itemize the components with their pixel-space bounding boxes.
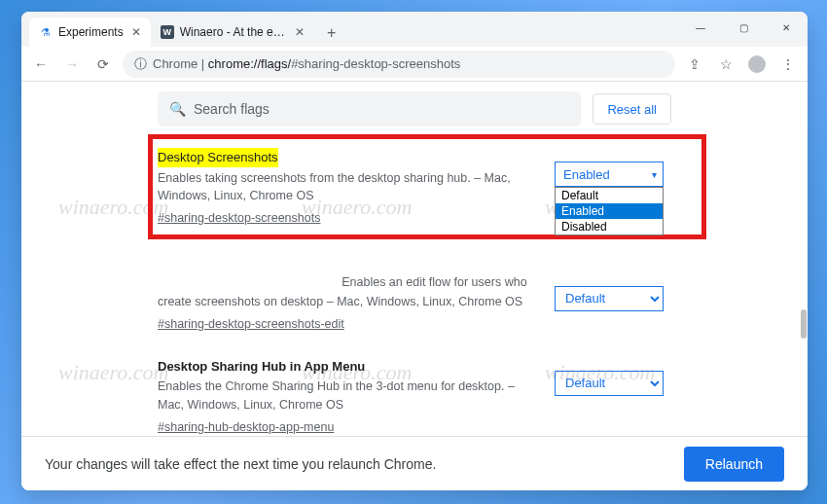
dropdown-option-default[interactable]: Default: [556, 188, 663, 203]
flag-description: Enables taking screenshots from the desk…: [158, 171, 511, 203]
tab-title: Winaero - At the edge of tweak: [180, 25, 287, 39]
content-area: 🔍 Search flags Reset all Desktop Screens…: [21, 82, 808, 490]
flag-title: Desktop Screenshots: [158, 148, 278, 167]
flag-anchor-link[interactable]: #sharing-desktop-screenshots-edit: [158, 315, 344, 334]
flag-item: Desktop Screenshots Enables taking scree…: [158, 134, 671, 237]
site-info-icon[interactable]: ⓘ: [134, 55, 147, 73]
tab-strip: ⚗ Experiments ✕ W Winaero - At the edge …: [21, 12, 679, 47]
flag-item: Desktop Sharing Hub in App Menu Enables …: [158, 343, 671, 436]
profile-avatar[interactable]: [745, 53, 769, 76]
tab-experiments[interactable]: ⚗ Experiments ✕: [29, 18, 151, 47]
flask-icon: ⚗: [39, 25, 53, 39]
back-button[interactable]: ←: [29, 53, 53, 76]
search-input[interactable]: 🔍 Search flags: [158, 91, 581, 126]
omnibox-origin: Chrome | chrome://flags/#sharing-desktop…: [153, 56, 460, 71]
flag-item: Desktop Screenshots Edit Mode Enables an…: [158, 259, 671, 343]
titlebar: ⚗ Experiments ✕ W Winaero - At the edge …: [21, 12, 808, 47]
search-icon: 🔍: [169, 101, 186, 117]
site-favicon: W: [161, 25, 174, 39]
flag-description: Enables an edit flow for users who creat…: [158, 275, 527, 309]
dropdown-option-disabled[interactable]: Disabled: [556, 219, 663, 234]
flag-dropdown[interactable]: Default: [555, 286, 664, 311]
relaunch-button[interactable]: Relaunch: [684, 447, 784, 482]
share-icon[interactable]: ⇪: [683, 53, 706, 76]
flag-dropdown[interactable]: Default: [555, 371, 664, 396]
browser-window: ⚗ Experiments ✕ W Winaero - At the edge …: [21, 12, 808, 490]
flag-anchor-link[interactable]: #sharing-desktop-screenshots: [158, 209, 320, 228]
flags-search-bar: 🔍 Search flags Reset all: [21, 82, 808, 134]
flags-list: Desktop Screenshots Enables taking scree…: [21, 134, 808, 436]
search-placeholder: Search flags: [194, 101, 270, 117]
relaunch-bar: Your changes will take effect the next t…: [21, 436, 808, 490]
close-icon[interactable]: ✕: [295, 25, 305, 39]
maximize-button[interactable]: ▢: [722, 12, 765, 43]
flag-description: Enables the Chrome Sharing Hub in the 3-…: [158, 379, 515, 412]
close-icon[interactable]: ✕: [131, 25, 141, 39]
forward-button[interactable]: →: [60, 53, 84, 76]
flag-dropdown-value[interactable]: Enabled: [555, 162, 664, 187]
menu-icon[interactable]: ⋮: [776, 53, 800, 76]
reload-button[interactable]: ⟳: [91, 53, 115, 76]
dropdown-option-enabled[interactable]: Enabled: [556, 203, 663, 219]
omnibox[interactable]: ⓘ Chrome | chrome://flags/#sharing-deskt…: [123, 51, 675, 78]
tab-winaero[interactable]: W Winaero - At the edge of tweak ✕: [151, 18, 314, 47]
flag-dropdown-open[interactable]: Enabled Default Enabled Disabled: [555, 162, 664, 187]
flag-anchor-link[interactable]: #sharing-hub-desktop-app-menu: [158, 418, 334, 436]
relaunch-message: Your changes will take effect the next t…: [45, 456, 436, 472]
window-controls: — ▢ ✕: [679, 12, 808, 43]
reset-all-button[interactable]: Reset all: [593, 93, 671, 125]
close-window-button[interactable]: ✕: [765, 12, 808, 43]
new-tab-button[interactable]: +: [318, 19, 345, 47]
dropdown-list: Default Enabled Disabled: [555, 187, 664, 235]
tab-title: Experiments: [58, 25, 124, 39]
bookmark-icon[interactable]: ☆: [714, 53, 737, 76]
flag-title: Desktop Sharing Hub in App Menu: [158, 357, 365, 377]
scrollbar-thumb[interactable]: [801, 309, 807, 339]
toolbar: ← → ⟳ ⓘ Chrome | chrome://flags/#sharing…: [21, 47, 808, 82]
minimize-button[interactable]: —: [679, 12, 722, 43]
